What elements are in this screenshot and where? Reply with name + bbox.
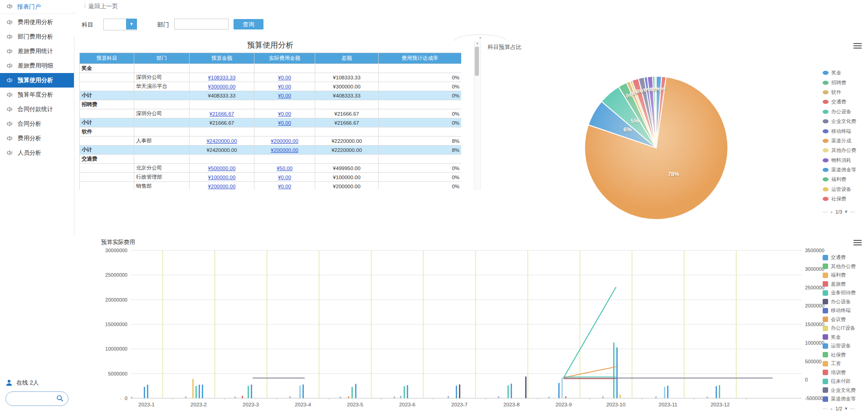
sidebar-item-3[interactable]: 差旅费用明细 — [0, 59, 74, 73]
sidebar-item-1[interactable]: 部门费用分析 — [0, 29, 74, 44]
bar[interactable] — [565, 396, 566, 398]
bar[interactable] — [351, 387, 353, 398]
line-series[interactable]: 会议费 — [564, 367, 616, 378]
legend-item[interactable]: 交通费 — [823, 97, 864, 107]
bar[interactable] — [448, 396, 449, 398]
subject-select[interactable]: ▼ — [103, 19, 137, 30]
bar[interactable] — [548, 397, 550, 398]
bar[interactable] — [558, 383, 560, 398]
legend-item[interactable]: 业务招待费 — [823, 288, 864, 298]
budget-amount-link[interactable]: ¥21666.67 — [190, 109, 254, 118]
bar[interactable] — [525, 376, 527, 398]
bar[interactable] — [616, 347, 618, 398]
legend-item[interactable]: 企业文化费 — [823, 386, 864, 395]
legend-prev-icon[interactable]: ▲ — [829, 406, 834, 411]
legend-next-icon[interactable]: ▼ — [844, 406, 848, 411]
legend-item[interactable]: 渠道佣金等 — [823, 395, 864, 404]
sidebar-search-input[interactable] — [11, 393, 59, 404]
subtotal-actual-link[interactable]: ¥200000.00 — [254, 146, 315, 155]
bar[interactable] — [407, 385, 408, 398]
legend-item[interactable]: 其他办公费 — [823, 146, 864, 155]
budget-amount-link[interactable]: ¥108333.33 — [190, 73, 254, 82]
budget-amount-link[interactable]: ¥200000.00 — [190, 182, 254, 190]
bar[interactable] — [394, 396, 395, 398]
combo-chart[interactable]: 0500000010000000150000002000000025000000… — [101, 245, 827, 412]
scroll-up-icon[interactable]: ▲ — [474, 41, 480, 44]
legend-next-icon[interactable]: ▼ — [844, 210, 848, 214]
actual-amount-link[interactable]: ¥0.00 — [254, 109, 315, 118]
legend-item[interactable]: 移动终端 — [823, 126, 864, 136]
bar[interactable] — [655, 396, 657, 398]
bar[interactable] — [340, 397, 341, 398]
sidebar-item-8[interactable]: 费用分析 — [0, 131, 74, 146]
legend-item[interactable]: 社保费 — [823, 194, 864, 204]
bar[interactable] — [498, 396, 499, 398]
legend-item[interactable]: 物料消耗 — [823, 156, 864, 165]
bar[interactable] — [507, 386, 509, 398]
bar[interactable] — [195, 386, 197, 398]
bar[interactable] — [667, 386, 668, 398]
legend-item[interactable]: 移动终端 — [823, 306, 864, 315]
budget-amount-link[interactable]: ¥500000.00 — [190, 164, 254, 173]
legend-item[interactable]: 往来付款 — [823, 377, 864, 386]
legend-item[interactable]: 工资 — [823, 359, 864, 368]
bar[interactable] — [234, 397, 236, 398]
legend-item[interactable]: 运营设备 — [823, 342, 864, 351]
legend-item[interactable]: 交通费 — [823, 253, 864, 262]
menu-icon[interactable] — [853, 239, 862, 247]
actual-amount-link[interactable]: ¥0.00 — [254, 73, 315, 82]
bar[interactable] — [185, 396, 186, 398]
actual-amount-link[interactable]: ¥0.00 — [254, 182, 315, 190]
chevron-down-icon[interactable]: ▼ — [126, 19, 137, 29]
legend-item[interactable]: 奖金 — [823, 68, 864, 78]
legend-item[interactable]: 社保费 — [823, 351, 864, 360]
bar[interactable] — [456, 386, 457, 398]
bar[interactable] — [242, 396, 243, 398]
bar[interactable] — [348, 396, 349, 398]
legend-item[interactable]: 渠道佣金等 — [823, 165, 864, 175]
budget-amount-link[interactable]: ¥100000.00 — [190, 173, 254, 182]
sidebar-item-0[interactable]: 费用使用分析 — [0, 15, 74, 29]
actual-amount-link[interactable]: ¥50.00 — [254, 164, 315, 173]
bar[interactable] — [251, 385, 252, 398]
legend-prev-icon[interactable]: ▲ — [829, 210, 834, 214]
legend-item[interactable]: 会议费 — [823, 315, 864, 324]
bar[interactable] — [561, 377, 563, 398]
pie-chart[interactable]: 奖金 0%社保费 0%渠道分成 78%渠道佣金等 6%办公设备 5%招聘费 0%… — [581, 73, 731, 223]
bar[interactable] — [302, 385, 304, 398]
legend-item[interactable]: 企业文化费 — [823, 117, 864, 126]
bar[interactable] — [716, 386, 717, 398]
line-series[interactable]: 业务招待费 — [564, 288, 616, 378]
query-button[interactable]: 查询 — [234, 19, 263, 29]
actual-amount-link[interactable]: ¥0.00 — [254, 82, 315, 91]
actual-amount-link[interactable]: ¥200000.00 — [254, 137, 315, 146]
budget-amount-link[interactable]: ¥2420000.00 — [190, 137, 254, 146]
bar[interactable] — [144, 387, 145, 398]
legend-item[interactable]: 办公设备 — [823, 107, 864, 117]
actual-amount-link[interactable]: ¥0.00 — [254, 173, 315, 182]
bar[interactable] — [400, 396, 401, 398]
sidebar-item-2[interactable]: 差旅费用统计 — [0, 44, 74, 59]
bar[interactable] — [602, 396, 604, 398]
budget-amount-link[interactable]: ¥300000.00 — [190, 82, 254, 91]
bar[interactable] — [707, 397, 708, 398]
bar[interactable] — [131, 397, 132, 398]
bar[interactable] — [404, 386, 405, 398]
department-input[interactable] — [174, 19, 229, 29]
bar[interactable] — [613, 342, 614, 398]
bar[interactable] — [511, 384, 512, 398]
legend-item[interactable]: 奖金 — [823, 333, 864, 342]
bar[interactable] — [202, 385, 203, 398]
bar[interactable] — [459, 385, 460, 398]
bar[interactable] — [147, 385, 148, 398]
subtotal-actual-link[interactable]: ¥0.00 — [254, 118, 315, 127]
table-scrollbar[interactable]: ▲ — [474, 40, 481, 190]
bar[interactable] — [289, 396, 291, 398]
legend-item[interactable]: 办公设备 — [823, 298, 864, 307]
bar[interactable] — [299, 386, 301, 398]
bar[interactable] — [199, 385, 200, 398]
legend-item[interactable]: 办公IT设备 — [823, 324, 864, 333]
scrollbar-thumb[interactable] — [475, 47, 479, 76]
legend-item[interactable]: 软件 — [823, 88, 864, 97]
legend-item[interactable]: 福利费 — [823, 271, 864, 280]
